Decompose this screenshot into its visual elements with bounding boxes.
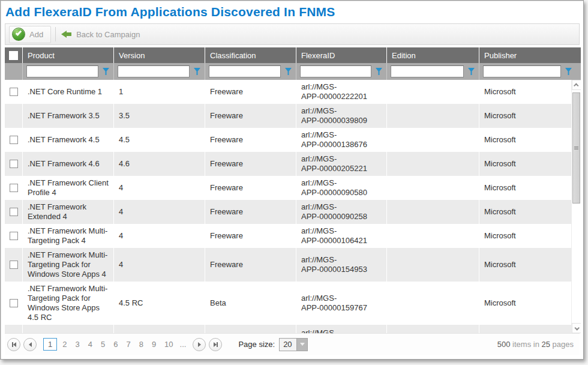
row-checkbox[interactable] <box>10 299 18 307</box>
filter-funnel-icon[interactable] <box>468 68 475 75</box>
cell-edition <box>387 176 479 200</box>
table-row[interactable]: .NET Framework 4.5 4.5 Freeware arl://MG… <box>5 128 571 152</box>
row-checkbox[interactable] <box>10 184 18 192</box>
table-row[interactable]: .NET Core Runtime 1 1 Freeware arl://MGS… <box>5 80 571 104</box>
column-header-edition[interactable]: Edition <box>387 47 479 63</box>
page-number[interactable]: 7 <box>122 338 134 351</box>
cell-version: 4.5 <box>114 128 205 152</box>
cell-edition <box>387 128 479 152</box>
vertical-scrollbar[interactable] <box>571 80 581 333</box>
next-page-button[interactable] <box>193 338 206 351</box>
pages-count: 25 <box>541 340 550 349</box>
chevron-down-icon <box>574 325 579 330</box>
page-number[interactable]: 2 <box>58 338 71 351</box>
dialog-window: Add FlexeraID From Applications Discover… <box>0 0 584 360</box>
page-number[interactable]: 8 <box>135 338 148 351</box>
table-row[interactable]: .NET Framework Client Profile 4 4 Freewa… <box>5 176 571 200</box>
page-number[interactable]: 6 <box>109 338 122 351</box>
table-row[interactable]: .NET Framework Multi-Targeting Pack for … <box>5 248 571 282</box>
cell-publisher: Microsoft <box>479 104 566 128</box>
cell-flexeraid: arl://MGS- APP-00000138676 <box>296 128 387 152</box>
cell-flexeraid: arl://MGS- APP-00000159767 <box>296 282 387 325</box>
toolbar: Add Back to Campaign <box>5 23 580 45</box>
filter-funnel-icon[interactable] <box>103 68 109 75</box>
page-number[interactable]: 4 <box>84 338 97 351</box>
cell-edition <box>387 104 479 128</box>
table-row[interactable]: .NET Framework Extended 4 4 Freeware arl… <box>5 200 571 224</box>
filter-funnel-icon[interactable] <box>565 68 572 75</box>
cell-publisher: Microsoft <box>479 224 566 248</box>
edition-filter-input[interactable] <box>391 65 464 77</box>
filter-funnel-icon[interactable] <box>285 68 292 75</box>
table-row[interactable]: .NET Framework 3.5 3.5 Freeware arl://MG… <box>5 104 571 128</box>
page-number[interactable]: 3 <box>71 338 83 351</box>
classification-filter-input[interactable] <box>209 65 281 77</box>
cell-product <box>23 325 114 333</box>
cell-flexeraid: arl://MGS- APP-00000154953 <box>296 248 387 282</box>
last-page-button[interactable] <box>209 338 222 351</box>
table-row[interactable]: .NET Framework 4.6 4.6 Freeware arl://MG… <box>5 152 571 176</box>
first-page-button[interactable] <box>7 338 20 351</box>
cell-publisher: Microsoft <box>479 176 566 200</box>
row-checkbox[interactable] <box>10 208 18 216</box>
select-all-checkbox[interactable] <box>9 51 18 60</box>
page-size-control: Page size: 20 <box>238 338 308 351</box>
back-button-label: Back to Campaign <box>76 30 140 39</box>
row-checkbox[interactable] <box>10 136 18 144</box>
cell-version: 4 <box>114 248 205 282</box>
version-filter-input[interactable] <box>118 65 190 77</box>
row-checkbox[interactable] <box>10 232 18 240</box>
cell-flexeraid: arl://MGS- APP-00000222201 <box>296 80 387 104</box>
table-row[interactable]: arl://MGS- <box>5 325 571 333</box>
product-filter-input[interactable] <box>26 65 98 77</box>
filter-funnel-icon[interactable] <box>194 68 200 75</box>
column-header-product[interactable]: Product <box>23 47 114 63</box>
flexeraid-filter-input[interactable] <box>300 65 371 77</box>
page-ellipsis[interactable]: ... <box>178 338 191 351</box>
page-number[interactable]: 9 <box>148 338 160 351</box>
row-checkbox[interactable] <box>10 261 18 269</box>
pages-text: pages <box>550 340 574 349</box>
cell-edition <box>387 325 479 333</box>
filter-cell-product <box>23 63 114 80</box>
previous-page-button[interactable] <box>23 338 37 351</box>
items-text: items in <box>510 340 541 349</box>
page-number[interactable]: 10 <box>160 338 177 351</box>
column-header-version[interactable]: Version <box>114 47 205 63</box>
grid-header-row: Product Version Classification FlexeraID… <box>5 47 581 63</box>
cell-flexeraid: arl://MGS- APP-00000039809 <box>296 104 387 128</box>
filter-funnel-icon[interactable] <box>376 68 382 75</box>
table-row[interactable]: .NET Framework Multi-Targeting Pack for … <box>5 282 571 325</box>
column-header-flexeraid[interactable]: FlexeraID <box>296 47 387 63</box>
scroll-up-button[interactable] <box>572 80 581 90</box>
cell-product: .NET Framework Multi-Targeting Pack 4 <box>23 224 114 248</box>
cell-version: 1 <box>114 80 205 104</box>
row-checkbox[interactable] <box>10 160 18 168</box>
scrollbar-thumb[interactable] <box>572 92 580 204</box>
row-checkbox[interactable] <box>10 88 18 96</box>
add-button[interactable]: Add <box>9 26 51 43</box>
cell-version <box>114 325 205 333</box>
scroll-down-button[interactable] <box>572 323 581 333</box>
cell-flexeraid: arl://MGS- APP-00000090258 <box>296 200 387 224</box>
green-check-circle-icon <box>12 28 25 41</box>
dropdown-arrow-button[interactable] <box>297 338 308 351</box>
cell-version: 4 <box>114 200 205 224</box>
page-number-current[interactable]: 1 <box>43 338 57 351</box>
column-header-publisher[interactable]: Publisher <box>479 47 576 63</box>
cell-product: .NET Framework Client Profile 4 <box>23 176 114 200</box>
page-number[interactable]: 5 <box>97 338 109 351</box>
page-size-dropdown[interactable]: 20 <box>279 338 308 351</box>
cell-edition <box>387 282 479 325</box>
filter-cell-classification <box>205 63 296 80</box>
column-header-classification[interactable]: Classification <box>205 47 296 63</box>
back-to-campaign-button[interactable]: Back to Campaign <box>61 26 140 43</box>
cell-flexeraid: arl://MGS- APP-00000205221 <box>296 152 387 176</box>
chevron-up-icon <box>574 83 578 88</box>
cell-publisher <box>479 325 566 333</box>
cell-edition <box>387 224 479 248</box>
cell-classification: Freeware <box>205 104 296 128</box>
cell-version: 4 <box>114 224 205 248</box>
table-row[interactable]: .NET Framework Multi-Targeting Pack 4 4 … <box>5 224 571 248</box>
publisher-filter-input[interactable] <box>483 65 561 77</box>
